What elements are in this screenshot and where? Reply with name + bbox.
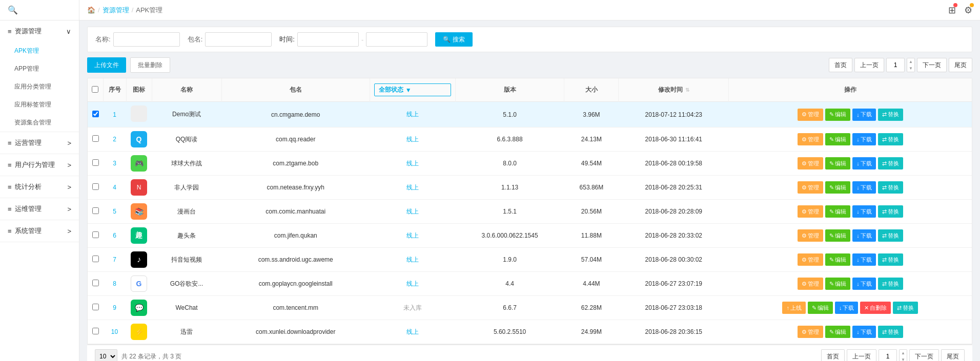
download-button[interactable]: ↓下载 — [852, 109, 876, 121]
download-button[interactable]: ↓下载 — [835, 302, 859, 314]
download-button[interactable]: ↓下载 — [852, 229, 876, 242]
next-page-button-top[interactable]: 下一页 — [917, 58, 947, 72]
last-page-button-top[interactable]: 尾页 — [949, 58, 972, 72]
page-up-arrow-bottom[interactable]: ▲ — [900, 350, 907, 356]
replace-button[interactable]: ⇄替换 — [878, 326, 903, 338]
edit-button[interactable]: ✎编辑 — [825, 326, 850, 338]
edit-button[interactable]: ✎编辑 — [825, 205, 850, 218]
page-up-arrow-top[interactable]: ▲ — [907, 58, 914, 65]
search-name-input[interactable] — [113, 32, 180, 47]
sidebar-group-header-resource[interactable]: ≡ 资源管理 ∨ — [0, 20, 79, 42]
row-checkbox[interactable] — [92, 207, 99, 214]
row-seq[interactable]: 1 — [103, 102, 126, 128]
sidebar-item-app-tag[interactable]: 应用标签管理 — [0, 96, 79, 114]
sidebar-item-resource-set[interactable]: 资源集合管理 — [0, 114, 79, 132]
row-seq[interactable]: 9 — [103, 296, 126, 320]
page-down-arrow-bottom[interactable]: ▼ — [900, 356, 907, 361]
download-button[interactable]: ↓下载 — [852, 326, 876, 338]
sidebar-group-header-system[interactable]: ≡ 系统管理 > — [0, 220, 79, 242]
replace-button[interactable]: ⇄替换 — [878, 229, 903, 242]
sidebar-group-header-ops-mgmt[interactable]: ≡ 运维管理 > — [0, 198, 79, 220]
row-seq[interactable]: 4 — [103, 176, 126, 200]
manage-button[interactable]: ⚙管理 — [798, 133, 823, 145]
replace-button[interactable]: ⇄替换 — [878, 278, 903, 290]
replace-button[interactable]: ⇄替换 — [878, 109, 903, 121]
replace-button[interactable]: ⇄替换 — [878, 133, 903, 145]
manage-button[interactable]: ⚙管理 — [798, 109, 823, 121]
search-button[interactable]: 🔍 搜索 — [435, 32, 473, 47]
sidebar-group-header-stats[interactable]: ≡ 统计分析 > — [0, 176, 79, 198]
download-button[interactable]: ↓下载 — [852, 278, 876, 290]
delete-button[interactable]: ✕自删除 — [860, 302, 891, 314]
per-page-select[interactable]: 10 20 50 — [95, 349, 117, 361]
sidebar-search[interactable]: 🔍 — [0, 0, 79, 20]
search-package-input[interactable] — [205, 32, 272, 47]
home-icon[interactable]: 🏠 — [87, 6, 95, 14]
row-checkbox[interactable] — [92, 304, 99, 310]
sidebar-item-apk[interactable]: APK管理 — [0, 42, 79, 60]
status-filter[interactable]: 全部状态 ▼ — [374, 83, 451, 96]
edit-button[interactable]: ✎编辑 — [825, 253, 850, 266]
first-page-button-bottom[interactable]: 首页 — [821, 349, 845, 361]
replace-button[interactable]: ⇄替换 — [878, 253, 903, 266]
row-seq[interactable]: 10 — [103, 320, 126, 344]
manage-button[interactable]: ⚙管理 — [798, 253, 823, 266]
page-number-input-top[interactable] — [886, 58, 905, 72]
breadcrumb-link-resource[interactable]: 资源管理 — [103, 6, 129, 15]
search-date-end[interactable] — [366, 32, 427, 47]
edit-button[interactable]: ✎编辑 — [825, 229, 850, 242]
page-down-arrow-top[interactable]: ▼ — [907, 65, 914, 72]
replace-button[interactable]: ⇄替换 — [878, 181, 903, 194]
row-seq[interactable]: 3 — [103, 152, 126, 176]
row-checkbox[interactable] — [92, 328, 99, 334]
manage-button[interactable]: ⚙管理 — [798, 229, 823, 242]
manage-button[interactable]: ⚙管理 — [798, 326, 823, 338]
page-number-input-bottom[interactable] — [879, 349, 897, 361]
edit-button[interactable]: ✎编辑 — [808, 302, 833, 314]
edit-button[interactable]: ✎编辑 — [825, 133, 850, 145]
row-checkbox[interactable] — [92, 280, 99, 286]
manage-button[interactable]: ⚙管理 — [798, 157, 823, 169]
edit-button[interactable]: ✎编辑 — [825, 181, 850, 194]
online-button[interactable]: ↑上线 — [782, 302, 806, 314]
row-checkbox[interactable] — [92, 159, 99, 166]
select-all-checkbox[interactable] — [92, 86, 98, 93]
sidebar-item-app[interactable]: APP管理 — [0, 60, 79, 78]
download-button[interactable]: ↓下载 — [852, 133, 876, 145]
row-checkbox[interactable] — [92, 111, 99, 117]
row-seq[interactable]: 8 — [103, 272, 126, 296]
last-page-button-bottom[interactable]: 尾页 — [941, 349, 965, 361]
first-page-button-top[interactable]: 首页 — [829, 58, 852, 72]
edit-button[interactable]: ✎编辑 — [825, 278, 850, 290]
row-checkbox[interactable] — [92, 183, 99, 190]
replace-button[interactable]: ⇄替换 — [878, 205, 903, 218]
prev-page-button-top[interactable]: 上一页 — [854, 58, 884, 72]
edit-button[interactable]: ✎编辑 — [825, 157, 850, 169]
row-seq[interactable]: 2 — [103, 128, 126, 152]
sidebar-group-header-user[interactable]: ≡ 用户行为管理 > — [0, 154, 79, 176]
row-checkbox[interactable] — [92, 256, 99, 262]
row-checkbox[interactable] — [92, 135, 99, 142]
sidebar-item-app-category[interactable]: 应用分类管理 — [0, 78, 79, 96]
download-button[interactable]: ↓下载 — [852, 205, 876, 218]
download-button[interactable]: ↓下载 — [852, 253, 876, 266]
row-seq[interactable]: 6 — [103, 224, 126, 248]
search-icon[interactable]: 🔍 — [8, 6, 18, 14]
row-checkbox[interactable] — [92, 231, 99, 238]
prev-page-button-bottom[interactable]: 上一页 — [847, 349, 876, 361]
manage-button[interactable]: ⚙管理 — [798, 205, 823, 218]
edit-button[interactable]: ✎编辑 — [825, 109, 850, 121]
next-page-button-bottom[interactable]: 下一页 — [909, 349, 939, 361]
replace-button[interactable]: ⇄替换 — [878, 157, 903, 169]
manage-button[interactable]: ⚙管理 — [798, 278, 823, 290]
row-seq[interactable]: 7 — [103, 248, 126, 272]
sidebar-group-header-ops[interactable]: ≡ 运营管理 > — [0, 132, 79, 154]
row-seq[interactable]: 5 — [103, 200, 126, 224]
batch-delete-button[interactable]: 批量删除 — [130, 57, 170, 73]
replace-button[interactable]: ⇄替换 — [893, 302, 918, 314]
search-date-start[interactable] — [297, 32, 359, 47]
download-button[interactable]: ↓下载 — [852, 157, 876, 169]
upload-file-button[interactable]: 上传文件 — [87, 57, 126, 73]
download-button[interactable]: ↓下载 — [852, 181, 876, 194]
manage-button[interactable]: ⚙管理 — [798, 181, 823, 194]
